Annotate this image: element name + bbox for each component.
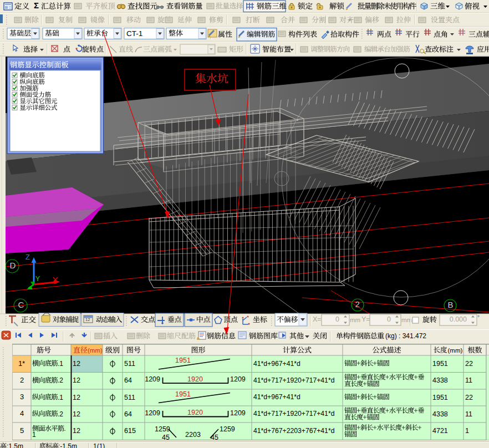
svg-text:1209: 1209 <box>145 409 160 417</box>
svg-text:X=: X= <box>313 315 322 323</box>
svg-text:22: 22 <box>465 394 473 401</box>
svg-text:41*d+967+41*d: 41*d+967+41*d <box>253 360 300 368</box>
svg-text:1951: 1951 <box>432 394 448 401</box>
svg-text:.: . <box>64 425 65 432</box>
svg-text:41*d+767+2203+767+41*d: 41*d+767+2203+767+41*d <box>253 427 334 435</box>
svg-text:1920: 1920 <box>187 375 203 383</box>
svg-text:(mm): (mm) <box>88 347 103 354</box>
svg-text:45: 45 <box>162 434 170 441</box>
svg-text:1209: 1209 <box>230 409 246 417</box>
svg-text:4338: 4338 <box>432 410 448 418</box>
svg-text:12: 12 <box>73 360 80 368</box>
svg-text:1*: 1* <box>18 359 25 368</box>
svg-text:0: 0 <box>387 315 391 323</box>
svg-text:1259: 1259 <box>155 425 170 433</box>
svg-text:12: 12 <box>73 376 80 384</box>
svg-text:0.000: 0.000 <box>450 315 467 323</box>
svg-text:.1: .1 <box>58 394 63 401</box>
svg-text:12: 12 <box>73 410 80 418</box>
svg-text:°: ° <box>477 314 480 320</box>
svg-text:45: 45 <box>211 434 218 441</box>
svg-text:12: 12 <box>73 394 80 401</box>
svg-text:1209: 1209 <box>230 375 246 383</box>
svg-text:64: 64 <box>124 376 132 384</box>
svg-text:511: 511 <box>124 394 135 401</box>
svg-text:1951: 1951 <box>175 357 191 364</box>
svg-text:1920: 1920 <box>187 409 203 416</box>
svg-text:511: 511 <box>124 360 135 368</box>
svg-text::1.5m: :1.5m <box>7 442 23 448</box>
svg-text:.1: .1 <box>58 360 63 368</box>
svg-text:1951: 1951 <box>432 360 448 368</box>
svg-text:Z: Z <box>26 253 30 261</box>
svg-text:41*d+967+41*d: 41*d+967+41*d <box>253 393 300 401</box>
svg-text:2203: 2203 <box>185 431 201 439</box>
svg-text:4: 4 <box>20 409 24 418</box>
svg-text:3: 3 <box>20 393 24 401</box>
svg-text:12: 12 <box>73 427 80 435</box>
svg-text:1209: 1209 <box>145 375 160 383</box>
svg-text:(kg) : 341.472: (kg) : 341.472 <box>385 332 426 340</box>
svg-text:Y: Y <box>35 275 40 283</box>
svg-text:11: 11 <box>465 410 472 418</box>
svg-text:0: 0 <box>335 315 339 323</box>
svg-text:1259: 1259 <box>220 425 235 433</box>
svg-text:B: B <box>448 300 454 309</box>
svg-text:CT-1: CT-1 <box>126 29 142 38</box>
svg-text:5: 5 <box>20 426 24 435</box>
svg-text:D: D <box>10 261 16 270</box>
svg-text:615: 615 <box>124 427 136 435</box>
svg-text:.2: .2 <box>58 376 63 384</box>
svg-text:(mm): (mm) <box>448 347 463 354</box>
svg-text:41*d+717+1920+717+41*d: 41*d+717+1920+717+41*d <box>253 410 334 418</box>
svg-text:C: C <box>18 300 24 309</box>
svg-text:1951: 1951 <box>175 390 191 398</box>
svg-text:2: 2 <box>355 299 360 309</box>
svg-text:2: 2 <box>20 376 24 384</box>
svg-text:4338: 4338 <box>432 376 448 384</box>
svg-text:Σ: Σ <box>34 1 39 10</box>
svg-text:64: 64 <box>124 410 132 418</box>
svg-text:mm: mm <box>350 317 360 323</box>
svg-text:Y=: Y= <box>361 315 370 323</box>
svg-text:.2: .2 <box>58 410 63 418</box>
svg-text:1(1): 1(1) <box>93 442 105 448</box>
svg-text:22: 22 <box>465 360 473 368</box>
svg-text:1: 1 <box>32 431 36 439</box>
svg-text:11: 11 <box>465 376 472 384</box>
svg-text::-1.5m: :-1.5m <box>58 442 77 448</box>
svg-text:1: 1 <box>465 427 469 435</box>
svg-text:41*d+717+1920+717+41*d: 41*d+717+1920+717+41*d <box>253 376 334 384</box>
svg-text:4721: 4721 <box>432 427 448 435</box>
